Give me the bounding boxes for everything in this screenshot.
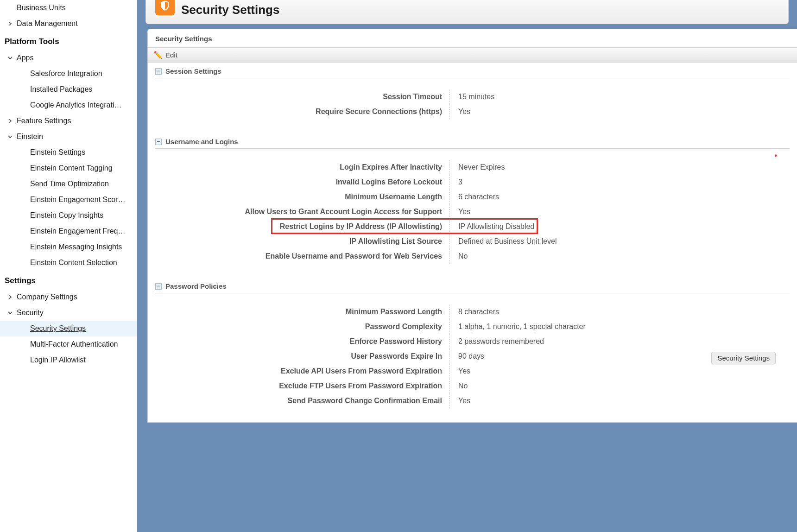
nav-send-time-opt[interactable]: Send Time Optimization (0, 176, 137, 192)
nav-data-management[interactable]: Data Management (0, 16, 137, 32)
nav-label: Login IP Allowlist (30, 356, 86, 364)
nav-einstein-settings[interactable]: Einstein Settings (0, 145, 137, 160)
collapse-icon[interactable]: − (155, 283, 162, 290)
field-value: 15 minutes (450, 89, 790, 104)
settings-card: Security Settings ✏️ Edit − Session Sett… (147, 29, 797, 423)
nav-einstein-content-selection[interactable]: Einstein Content Selection (0, 255, 137, 271)
nav-google-analytics[interactable]: Google Analytics Integrati… (0, 97, 137, 113)
page-title: Security Settings (181, 3, 279, 17)
nav-mfa[interactable]: Multi-Factor Authentication (0, 336, 137, 352)
field-label: Send Password Change Confirmation Email (155, 393, 450, 408)
field-value: Yes (450, 364, 790, 379)
nav-salesforce-integration[interactable]: Salesforce Integration (0, 66, 137, 82)
nav-apps[interactable]: Apps (0, 50, 137, 66)
annotation-marker: • (774, 152, 778, 160)
card-title: Security Settings (148, 29, 797, 47)
field-label: User Passwords Expire In (155, 349, 450, 364)
nav-heading-settings: Settings (0, 271, 137, 289)
collapse-icon[interactable]: − (155, 68, 162, 75)
chevron-right-icon (5, 21, 16, 26)
section-header-username: − Username and Logins (155, 133, 790, 149)
main-content: Security Settings Security Settings ✏️ E… (137, 0, 797, 532)
section-session: − Session Settings Session Timeout15 min… (148, 63, 797, 119)
sidebar: Business Units Data Management Platform … (0, 0, 137, 532)
field-value: No (450, 249, 790, 264)
section-password: − Password Policies Minimum Password Len… (148, 278, 797, 408)
nav-feature-settings[interactable]: Feature Settings (0, 113, 137, 129)
nav-einstein-copy-insights[interactable]: Einstein Copy Insights (0, 208, 137, 223)
nav-label: Installed Packages (30, 85, 92, 94)
chevron-right-icon (5, 119, 16, 123)
field-value: 6 characters (450, 190, 790, 204)
nav-einstein-content-tagging[interactable]: Einstein Content Tagging (0, 160, 137, 176)
chevron-down-icon (5, 56, 16, 60)
collapse-icon[interactable]: − (155, 139, 162, 145)
field-label: Minimum Username Length (155, 190, 450, 204)
field-value: Yes (450, 204, 790, 219)
field-label: Allow Users to Grant Account Login Acces… (155, 204, 450, 219)
edit-label: Edit (165, 51, 177, 59)
nav-einstein-engagement-freq[interactable]: Einstein Engagement Freq… (0, 223, 137, 239)
nav-label: Multi-Factor Authentication (30, 340, 118, 348)
nav-einstein[interactable]: Einstein (0, 129, 137, 145)
field-label: Enforce Password History (155, 334, 450, 349)
field-value: 1 alpha, 1 numeric, 1 special character (450, 319, 790, 334)
section-username: − Username and Logins • Login Expires Af… (148, 133, 797, 264)
field-value: IP Allowlisting Disabled (450, 219, 790, 234)
session-fields: Session Timeout15 minutes Require Secure… (155, 89, 790, 119)
pencil-icon: ✏️ (153, 51, 163, 59)
edit-button[interactable]: ✏️ Edit (148, 47, 797, 63)
nav-label: Einstein Engagement Scor… (30, 196, 125, 204)
nav-label: Einstein (17, 133, 43, 141)
nav-company-settings[interactable]: Company Settings (0, 289, 137, 305)
field-value: No (450, 379, 790, 393)
section-title: Username and Logins (165, 138, 238, 146)
section-header-password: − Password Policies (155, 278, 790, 293)
field-label: Invalid Logins Before Lockout (155, 175, 450, 190)
nav-label: Security (17, 309, 44, 317)
nav-label: Business Units (17, 4, 66, 12)
field-label: Enable Username and Password for Web Ser… (155, 249, 450, 264)
password-fields: Minimum Password Length8 characters Pass… (155, 304, 790, 408)
nav-label: Google Analytics Integrati… (30, 101, 121, 109)
nav-label: Einstein Content Tagging (30, 164, 113, 172)
field-value: 3 (450, 175, 790, 190)
nav-einstein-engagement-scor[interactable]: Einstein Engagement Scor… (0, 192, 137, 208)
field-value: Defined at Business Unit level (450, 234, 790, 249)
field-label: Restrict Logins by IP Address (IP Allowl… (155, 219, 450, 234)
nav-login-ip-allowlist[interactable]: Login IP Allowlist (0, 352, 137, 368)
field-value: Yes (450, 104, 790, 119)
section-title: Session Settings (165, 67, 221, 75)
username-fields: • Login Expires After InactivityNever Ex… (155, 160, 790, 264)
nav-security-settings[interactable]: Security Settings (0, 321, 137, 336)
field-value: Never Expires (450, 160, 790, 175)
field-label: IP Allowlisting List Source (155, 234, 450, 249)
page-header: Security Settings (145, 0, 789, 24)
field-label: Require Secure Connections (https) (155, 104, 450, 119)
nav-label: Einstein Messaging Insights (30, 243, 122, 251)
shield-icon (155, 0, 175, 15)
nav-label: Salesforce Integration (30, 70, 102, 78)
field-value: 2 passwords remembered (450, 334, 790, 349)
field-label: Minimum Password Length (155, 304, 450, 319)
field-value: Yes (450, 393, 790, 408)
chevron-right-icon (5, 295, 16, 299)
nav-label: Einstein Content Selection (30, 259, 117, 267)
chevron-down-icon (5, 134, 16, 139)
field-label: Password Complexity (155, 319, 450, 334)
nav-label: Data Management (17, 19, 78, 28)
nav-installed-packages[interactable]: Installed Packages (0, 82, 137, 97)
nav-einstein-messaging-insights[interactable]: Einstein Messaging Insights (0, 239, 137, 255)
nav-label: Einstein Copy Insights (30, 211, 103, 220)
nav-label: Feature Settings (17, 117, 71, 125)
nav-label: Einstein Engagement Freq… (30, 227, 125, 235)
nav-business-units[interactable]: Business Units (0, 0, 137, 16)
nav-label: Send Time Optimization (30, 180, 109, 188)
nav-label: Apps (17, 54, 33, 62)
nav-label: Security Settings (30, 324, 86, 333)
field-label: Session Timeout (155, 89, 450, 104)
field-label: Login Expires After Inactivity (155, 160, 450, 175)
tooltip-security-settings: Security Settings (711, 352, 776, 364)
section-header-session: − Session Settings (155, 63, 790, 78)
nav-security[interactable]: Security (0, 305, 137, 321)
